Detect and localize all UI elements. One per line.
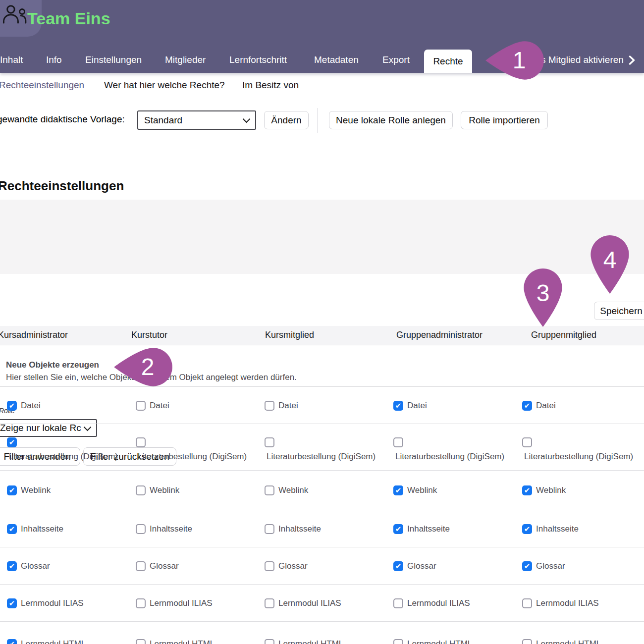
permission-checkbox[interactable] [522, 639, 532, 644]
permission-checkbox[interactable] [265, 524, 274, 534]
permission-label: Weblink [150, 485, 179, 495]
tab-export[interactable]: Export [382, 54, 410, 65]
permission-label: Lernmodul HTML [536, 639, 601, 644]
permission-label: Weblink [278, 485, 308, 495]
tab-trailing-label: s Mitglied aktivieren [541, 54, 624, 65]
permission-checkbox[interactable]: ✔ [7, 485, 17, 495]
toolbar-divider [318, 108, 318, 133]
permission-label: Lernmodul HTML [21, 639, 86, 644]
permission-cell: Lernmodul ILIAS [136, 585, 213, 621]
permission-checkbox[interactable] [522, 437, 532, 447]
permission-checkbox[interactable] [265, 598, 274, 608]
permission-cell: Inhaltsseite [265, 511, 321, 547]
new-objects-section-title: Neue Objekte erzeugen [6, 360, 99, 370]
permission-label: Literaturbestellung (DigiSem) [267, 452, 376, 462]
permission-checkbox[interactable]: ✔ [393, 524, 403, 534]
permission-label: Datei [21, 401, 41, 411]
tab-lernfortschritt[interactable]: Lernfortschritt [229, 54, 287, 65]
permission-label: Lernmodul HTML [278, 639, 343, 644]
permission-checkbox[interactable] [393, 639, 403, 644]
permission-row: ✔InhaltsseiteInhaltsseiteInhaltsseite✔In… [0, 511, 644, 547]
permission-label: Lernmodul ILIAS [21, 598, 84, 608]
permission-checkbox[interactable]: ✔ [522, 401, 532, 411]
new-objects-section: Neue Objekte erzeugen Hier stellen Sie e… [0, 348, 644, 387]
permission-checkbox[interactable]: ✔ [7, 524, 17, 534]
permission-cell: Lernmodul HTML [522, 622, 601, 644]
permission-cell: ✔Lernmodul ILIAS [7, 585, 84, 621]
permission-label: Datei [278, 401, 298, 411]
tab-einstellungen[interactable]: Einstellungen [85, 54, 142, 65]
permission-checkbox[interactable] [393, 598, 403, 608]
role-column-header: Kursadministrator [0, 330, 68, 340]
permission-checkbox[interactable]: ✔ [393, 485, 403, 495]
permission-label: Glossar [407, 561, 436, 571]
subtab-1[interactable]: Rechteeinstellungen [0, 80, 84, 91]
permission-checkbox[interactable]: ✔ [7, 639, 17, 644]
role-column-header: Gruppenadministrator [396, 330, 483, 340]
permission-checkbox[interactable] [136, 639, 146, 644]
permission-checkbox[interactable]: ✔ [522, 485, 532, 495]
didactic-template-label: gewandte didaktische Vorlage: [0, 114, 125, 125]
permission-cell: ✔Glossar [7, 548, 50, 584]
permission-cell: Literaturbestellung (DigiSem) [136, 437, 247, 462]
create-local-role-button[interactable]: Neue lokale Rolle anlegen [329, 111, 453, 129]
permission-checkbox[interactable]: ✔ [522, 561, 532, 571]
permission-cell: Lernmodul ILIAS [265, 585, 341, 621]
new-objects-section-description: Hier stellen Sie ein, welche Objekte in … [6, 373, 297, 382]
permission-checkbox[interactable] [393, 437, 403, 447]
role-columns-header: KursadministratorKurstutorKursmitgliedGr… [0, 326, 644, 345]
permission-checkbox[interactable]: ✔ [7, 401, 17, 411]
permission-checkbox[interactable] [265, 561, 274, 571]
annotation-marker-3-number: 3 [533, 280, 553, 306]
subtab-3[interactable]: Im Besitz von [242, 80, 299, 91]
permission-label: Weblink [536, 485, 566, 495]
permission-checkbox[interactable] [136, 437, 146, 447]
tab-metadaten[interactable]: Metadaten [314, 54, 359, 65]
permission-cell: ✔Glossar [393, 548, 436, 584]
tab-mitglieder[interactable]: Mitglieder [165, 54, 206, 65]
permission-checkbox[interactable] [522, 598, 532, 608]
permission-label: Weblink [21, 485, 51, 495]
filter-panel: Rolle Zeige nur lokale Rc Filter anwende… [0, 200, 644, 274]
permission-checkbox[interactable] [136, 524, 146, 534]
permission-cell: ✔Inhaltsseite [522, 511, 579, 547]
permission-cell: ✔Weblink [7, 471, 51, 510]
permission-checkbox[interactable]: ✔ [7, 437, 17, 447]
permission-checkbox[interactable] [265, 485, 274, 495]
permission-row: ✔WeblinkWeblinkWeblink✔Weblink✔Weblink [0, 471, 644, 510]
tab-als-mitglied-aktivieren[interactable]: s Mitglied aktivieren [541, 54, 635, 65]
permission-checkbox[interactable]: ✔ [7, 561, 17, 571]
permission-checkbox[interactable] [265, 437, 274, 447]
permission-row: ✔Lernmodul ILIASLernmodul ILIASLernmodul… [0, 585, 644, 622]
didactic-template-selected-value: Standard [144, 115, 182, 126]
permissions-page: Team Eins InhaltInfoEinstellungenMitglie… [0, 0, 644, 644]
tab-rechte-active[interactable]: Rechte [424, 50, 472, 73]
permission-cell: ✔Inhaltsseite [393, 511, 450, 547]
permission-checkbox[interactable]: ✔ [393, 561, 403, 571]
tab-inhalt[interactable]: Inhalt [0, 54, 23, 65]
permission-label: Glossar [536, 561, 565, 571]
chevron-down-icon [243, 115, 251, 123]
permission-cell: ✔Datei [393, 387, 427, 424]
permission-label: Inhaltsseite [21, 524, 63, 534]
permission-cell: Inhaltsseite [136, 511, 192, 547]
permission-checkbox[interactable] [136, 561, 146, 571]
permission-cell: Datei [265, 387, 298, 424]
permission-checkbox[interactable] [136, 401, 146, 411]
permission-label: Glossar [150, 561, 179, 571]
tab-info[interactable]: Info [46, 54, 62, 65]
didactic-template-select[interactable]: Standard [137, 110, 256, 130]
permission-checkbox[interactable] [265, 401, 274, 411]
subtab-2[interactable]: Wer hat hier welche Rechte? [104, 80, 225, 91]
permission-checkbox[interactable] [136, 598, 146, 608]
permission-checkbox[interactable]: ✔ [393, 401, 403, 411]
import-role-button[interactable]: Rolle importieren [461, 111, 548, 129]
permission-checkbox[interactable] [136, 485, 146, 495]
permission-checkbox[interactable]: ✔ [7, 598, 17, 608]
permission-row: ✔Lernmodul HTMLLernmodul HTMLLernmodul H… [0, 622, 644, 644]
permission-cell: Glossar [265, 548, 308, 584]
save-button[interactable]: Speichern [594, 302, 644, 320]
change-template-button[interactable]: Ändern [264, 111, 309, 129]
permission-checkbox[interactable]: ✔ [522, 524, 532, 534]
permission-checkbox[interactable] [265, 639, 274, 644]
